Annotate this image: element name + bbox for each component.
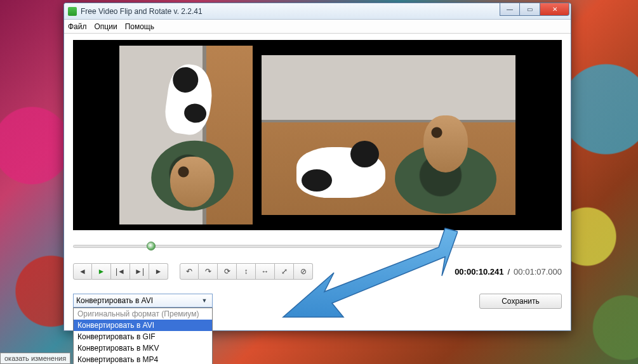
transform-controls: ↶ ↷ ⟳ ↕ ↔ ⤢ ⊘	[180, 263, 313, 280]
playback-controls: ◄ ► |◄ ►| ►	[73, 263, 168, 280]
maximize-button[interactable]: ▭	[520, 3, 540, 16]
format-option-mp4[interactable]: Конвертировать в MP4	[74, 354, 212, 364]
time-display: 00:00:10.241 / 00:01:07.000	[455, 267, 562, 276]
bottom-row: Конвертировать в AVI ▼ Оригинальный форм…	[73, 294, 562, 309]
menu-file[interactable]: Файл	[68, 22, 87, 31]
rotate-180-icon: ⟳	[224, 267, 230, 276]
flip-h-icon: ↔	[262, 267, 269, 276]
total-time: 00:01:07.000	[514, 267, 562, 276]
flip-h-button[interactable]: ↔	[256, 263, 275, 280]
rotate-180-button[interactable]: ⟳	[218, 263, 237, 280]
minimize-button[interactable]: —	[500, 3, 520, 16]
rotate-ccw-icon: ↶	[186, 267, 192, 276]
menu-options[interactable]: Опции	[95, 22, 117, 31]
expand-button[interactable]: ⤢	[275, 263, 294, 280]
reset-icon: ⊘	[300, 267, 307, 276]
timeline-thumb[interactable]	[147, 242, 156, 250]
rotate-cw-icon: ↷	[205, 267, 211, 276]
step-fwd-icon: ►|	[135, 267, 144, 276]
maximize-icon: ▭	[527, 6, 533, 13]
video-preview-area	[73, 40, 562, 230]
taskbar-hint: оказать изменения	[0, 353, 70, 364]
format-combobox[interactable]: Конвертировать в AVI ▼ Оригинальный форм…	[73, 294, 213, 308]
app-icon	[68, 7, 77, 16]
close-icon: ✕	[552, 6, 557, 13]
window-title: Free Video Flip and Rotate v. 2.2.41	[81, 7, 203, 16]
prev-icon: ◄	[79, 267, 86, 276]
minimize-icon: —	[507, 6, 513, 13]
reset-button[interactable]: ⊘	[294, 263, 313, 280]
next-button[interactable]: ►	[149, 263, 168, 280]
rotate-cw-button[interactable]: ↷	[199, 263, 218, 280]
step-fwd-button[interactable]: ►|	[130, 263, 149, 280]
prev-button[interactable]: ◄	[73, 263, 92, 280]
format-option-mkv[interactable]: Конвертировать в MKV	[74, 342, 212, 354]
format-selected: Конвертировать в AVI	[76, 296, 153, 305]
play-button[interactable]: ►	[92, 263, 111, 280]
next-icon: ►	[155, 267, 163, 276]
step-back-icon: |◄	[116, 267, 125, 276]
app-window: Free Video Flip and Rotate v. 2.2.41 — ▭…	[63, 3, 571, 331]
current-time: 00:00:10.241	[455, 267, 503, 276]
menu-help[interactable]: Помощь	[125, 22, 154, 31]
timeline-slider[interactable]	[73, 240, 562, 252]
step-back-button[interactable]: |◄	[111, 263, 130, 280]
play-icon: ►	[98, 267, 105, 276]
content-area: ◄ ► |◄ ►| ► ↶ ↷ ⟳ ↕ ↔ ⤢ ⊘ 00:00:10.241 /…	[64, 34, 571, 330]
preview-rotated	[262, 55, 515, 215]
expand-icon: ⤢	[281, 267, 288, 276]
format-option-avi[interactable]: Конвертировать в AVI	[74, 320, 212, 331]
save-button[interactable]: Сохранить	[479, 294, 562, 309]
menubar: Файл Опции Помощь	[64, 20, 571, 34]
format-option-gif[interactable]: Конвертировать в GIF	[74, 331, 212, 342]
preview-original	[119, 46, 253, 224]
controls-row: ◄ ► |◄ ►| ► ↶ ↷ ⟳ ↕ ↔ ⤢ ⊘ 00:00:10.241 /…	[73, 263, 562, 280]
format-dropdown-list: Оригинальный формат (Премиум) Конвертиро…	[73, 308, 213, 364]
titlebar[interactable]: Free Video Flip and Rotate v. 2.2.41 — ▭…	[64, 3, 571, 20]
chevron-down-icon: ▼	[199, 296, 209, 306]
format-option-original[interactable]: Оригинальный формат (Премиум)	[74, 308, 212, 320]
flip-v-icon: ↕	[244, 267, 248, 276]
flip-v-button[interactable]: ↕	[237, 263, 256, 280]
rotate-ccw-button[interactable]: ↶	[180, 263, 199, 280]
close-button[interactable]: ✕	[540, 3, 569, 16]
save-button-label: Сохранить	[502, 297, 540, 306]
